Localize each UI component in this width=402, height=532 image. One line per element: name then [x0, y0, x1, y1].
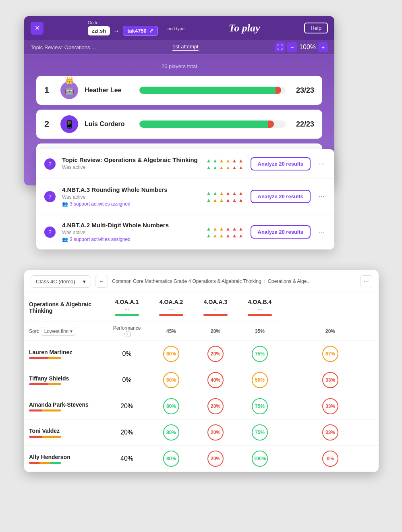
data-toolbar: Class 4C (demo) ▾ ← Common Core Mathemat…	[24, 270, 379, 293]
score-bar-1	[139, 87, 286, 94]
people-icons-2: ▲▲ ▲▲ ▲▲ ▲▲ ▲▲ ▲▲	[206, 190, 244, 203]
game-zoom: ⛶ − 100% +	[275, 42, 328, 52]
activity-title-1: Topic Review: Operations & Algebraic Thi…	[62, 156, 200, 163]
toolbar-more-button[interactable]: ···	[360, 275, 372, 287]
breadcrumb-item-1: Common Core Mathematics Grade 4 Operatio…	[112, 278, 261, 284]
goto-code: tak4750 ⤢	[123, 26, 158, 36]
circle-s3-1: 80%	[163, 398, 179, 414]
score-2: 22/23	[292, 120, 314, 129]
std-header-2: 4.OA.A.2 ···	[149, 293, 193, 322]
breadcrumb-sep: ›	[264, 278, 265, 284]
student-row-1: Lauren Martinez 0% 60% 20% 75%	[24, 341, 379, 367]
avatar-2: 📱	[60, 115, 78, 133]
game-attempt: 1st attempt	[172, 44, 198, 51]
breadcrumb-item-2: Operations & Alge...	[268, 278, 311, 284]
activity-status-2: Was active	[62, 194, 200, 200]
arrow-icon: →	[113, 27, 120, 35]
game-logo: To play	[229, 22, 260, 34]
analyze-button-3[interactable]: Analyze 20 results	[251, 225, 311, 239]
circle-s4-3: 75%	[252, 424, 268, 441]
score-1: 23/23	[292, 86, 314, 95]
class-selector[interactable]: Class 4C (demo) ▾	[31, 275, 91, 288]
players-total: 20 players total	[36, 63, 322, 69]
breadcrumb: Common Core Mathematics Grade 4 Operatio…	[112, 278, 356, 284]
circle-s1-3: 75%	[252, 346, 268, 362]
zoom-level: 100%	[299, 44, 316, 51]
student-row-5: Ally Henderson 40% 80% 20% 100% 0%	[24, 446, 379, 472]
student-name-4: Toni Valdez	[24, 420, 105, 446]
topic-header: Operations & Algebraic Thinking	[24, 293, 105, 322]
std-more-1[interactable]: ···	[123, 306, 131, 312]
circle-s1-1: 60%	[163, 346, 179, 362]
std-bar-1	[115, 314, 139, 316]
score-s1-std3: 75%	[238, 341, 282, 367]
activity-info-2: 4.NBT.A.3 Rounding Whole Numbers Was act…	[62, 186, 200, 207]
analyze-button-1[interactable]: Analyze 20 results	[251, 157, 311, 170]
player-name-2: Luis Cordero	[85, 121, 133, 128]
std-bar-4	[248, 314, 272, 316]
avg-std-2: 20%	[193, 322, 238, 341]
std-more-4[interactable]: ···	[256, 306, 264, 312]
circle-s2-3: 50%	[252, 372, 268, 388]
activity-title-2: 4.NBT.A.3 Rounding Whole Numbers	[62, 186, 200, 193]
avatar-1: 👑 🤖	[60, 81, 78, 99]
and-type-label: and type	[168, 26, 184, 31]
student-bar-5	[29, 462, 61, 464]
rank-2: 2	[44, 119, 54, 129]
sort-row: Sort: Lowest first ▾ Performance i 45% 2…	[24, 322, 379, 341]
activity-support-3: 👥3 support activities assigned	[62, 237, 200, 242]
game-topic: Topic Review: Operations ...	[31, 44, 96, 50]
student-perf-4: 20%	[105, 420, 149, 446]
more-button-1[interactable]: ···	[317, 160, 326, 168]
std-bar-3	[203, 314, 228, 316]
student-bar-4	[29, 436, 61, 438]
back-button[interactable]: ←	[95, 275, 108, 288]
activity-title-3: 4.NBT.A.2 Multi-Digit Whole Numbers	[62, 222, 200, 229]
student-name-5: Ally Henderson	[24, 446, 105, 472]
circle-s3-4: 33%	[322, 398, 338, 414]
more-button-2[interactable]: ···	[317, 192, 326, 201]
crown-icon: 👑	[65, 76, 74, 85]
score-s1-std2: 20%	[193, 341, 238, 367]
data-panel: Class 4C (demo) ▾ ← Common Core Mathemat…	[24, 270, 379, 472]
activity-panel: ? Topic Review: Operations & Algebraic T…	[36, 149, 334, 249]
close-button[interactable]: ✕	[31, 22, 44, 35]
activity-icon-1: ?	[44, 158, 56, 170]
student-name-3: Amanda Park-Stevens	[24, 393, 105, 420]
circle-s3-3: 75%	[252, 398, 268, 414]
fullscreen-button[interactable]: ⛶	[275, 42, 285, 52]
student-row-2: Tiffany Shields 0% 60% 40% 50% 33%	[24, 367, 379, 393]
zoom-in-button[interactable]: +	[318, 42, 328, 52]
game-sub-header: Topic Review: Operations ... 1st attempt…	[24, 40, 334, 55]
more-button-3[interactable]: ···	[317, 228, 326, 236]
goto-url: zzi.sh	[88, 26, 110, 35]
rank-1: 1	[44, 85, 54, 96]
analyze-button-2[interactable]: Analyze 20 results	[251, 190, 311, 203]
student-bar-3	[29, 409, 61, 411]
std-more-2[interactable]: ···	[167, 306, 175, 312]
activity-icon-3: ?	[44, 227, 56, 238]
student-name-2: Tiffany Shields	[24, 367, 105, 393]
student-row-3: Amanda Park-Stevens 20% 80% 20% 75% 33%	[24, 393, 379, 420]
student-perf-5: 40%	[105, 446, 149, 472]
avg-std-3: 35%	[238, 322, 282, 341]
avg-std-1: 45%	[149, 322, 193, 341]
circle-s5-3: 100%	[252, 451, 268, 467]
perf-label-col: Performance i	[105, 322, 149, 341]
activity-item-3: ? 4.NBT.A.2 Multi-Digit Whole Numbers Wa…	[36, 214, 334, 249]
info-icon: i	[124, 331, 131, 337]
people-icons-1: ▲▲ ▲▲ ▲▲ ▲▲ ▲▲ ▲▲	[206, 158, 244, 170]
student-row-4: Toni Valdez 20% 80% 20% 75% 33%	[24, 420, 379, 446]
circle-s5-2: 20%	[207, 451, 224, 467]
activity-support-2: 👥3 support activities assigned	[62, 201, 200, 207]
std-header-1: 4.OA.A.1 ···	[105, 293, 149, 322]
help-button[interactable]: Help	[304, 23, 328, 33]
std-header-3: 4.OA.A.3 ···	[193, 293, 238, 322]
avg-std-4: 20%	[282, 322, 379, 341]
sort-select[interactable]: Lowest first ▾	[41, 327, 77, 336]
sort-label: Sort:	[29, 328, 39, 334]
score-s1-std4: 67%	[282, 341, 379, 367]
zoom-out-button[interactable]: −	[287, 42, 297, 52]
score-s1-std1: 60%	[149, 341, 193, 367]
std-more-3[interactable]: ···	[211, 306, 220, 312]
